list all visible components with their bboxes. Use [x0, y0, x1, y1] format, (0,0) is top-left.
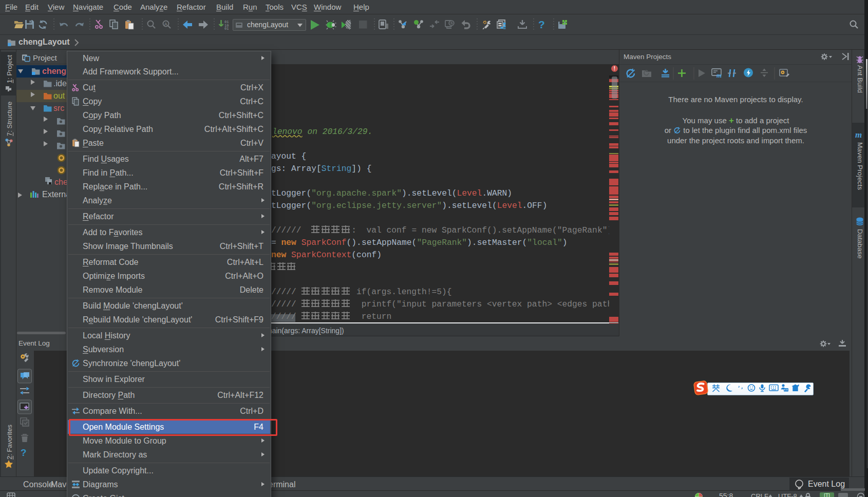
svg-text:A: A: [164, 22, 168, 27]
svg-text:01: 01: [224, 27, 229, 31]
svg-text:m: m: [855, 130, 862, 140]
svg-text:m: m: [716, 71, 722, 79]
svg-text:?: ?: [538, 18, 545, 30]
svg-text:?: ?: [21, 447, 27, 458]
